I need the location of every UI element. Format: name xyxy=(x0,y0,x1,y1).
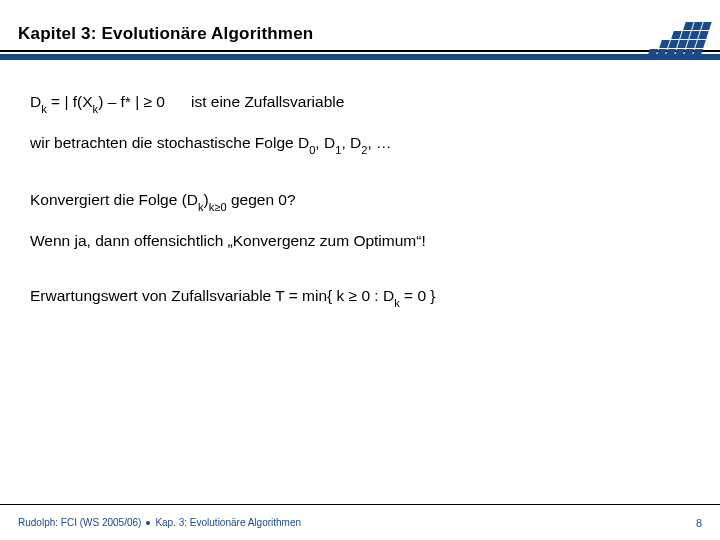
t: , D xyxy=(315,134,335,151)
text-line-3: Konvergiert die Folge (Dk)k≥0 gegen 0? xyxy=(30,190,690,213)
t: ist eine Zufallsvariable xyxy=(191,93,344,110)
t: ) – f* | ≥ 0 xyxy=(98,93,165,110)
footer-chapter: Kap. 3: Evolutionäre Algorithmen xyxy=(155,517,301,528)
t: D xyxy=(30,93,41,110)
slide-header: Kapitel 3: Evolutionäre Algorithmen xyxy=(0,0,720,66)
t: , … xyxy=(367,134,391,151)
subscript: k xyxy=(198,201,204,213)
text-line-1: Dk = | f(Xk) – f* | ≥ 0ist eine Zufallsv… xyxy=(30,92,690,115)
subscript: k xyxy=(41,103,47,115)
slide-body: Dk = | f(Xk) – f* | ≥ 0ist eine Zufallsv… xyxy=(0,66,720,309)
t: gegen 0? xyxy=(227,191,296,208)
page-number: 8 xyxy=(696,517,702,529)
header-rule-thick xyxy=(0,54,720,60)
subscript: k xyxy=(93,103,99,115)
text-line-4: Wenn ja, dann offensichtlich „Konvergenz… xyxy=(30,231,690,252)
slide-title: Kapitel 3: Evolutionäre Algorithmen xyxy=(18,24,720,44)
bullet-icon xyxy=(146,521,150,525)
subscript: 1 xyxy=(335,144,341,156)
text-line-2: wir betrachten die stochastische Folge D… xyxy=(30,133,690,156)
t: = 0 } xyxy=(400,287,436,304)
subscript: k≥0 xyxy=(209,201,227,213)
grid-logo-icon xyxy=(647,22,711,57)
t: = | f(X xyxy=(47,93,93,110)
subscript: k xyxy=(394,297,400,309)
t: , D xyxy=(341,134,361,151)
slide: Kapitel 3: Evolutionäre Algorithmen Dk =… xyxy=(0,0,720,540)
subscript: 0 xyxy=(309,144,315,156)
header-rule-thin xyxy=(0,50,720,52)
t: Erwartungswert von Zufallsvariable T = m… xyxy=(30,287,394,304)
t: Konvergiert die Folge (D xyxy=(30,191,198,208)
t: ) xyxy=(204,191,209,208)
footer-author: Rudolph: FCI (WS 2005/06) xyxy=(18,517,141,528)
subscript: 2 xyxy=(361,144,367,156)
t: wir betrachten die stochastische Folge D xyxy=(30,134,309,151)
slide-footer: Rudolph: FCI (WS 2005/06)Kap. 3: Evoluti… xyxy=(0,504,720,540)
footer-left: Rudolph: FCI (WS 2005/06)Kap. 3: Evoluti… xyxy=(18,517,301,528)
text-line-5: Erwartungswert von Zufallsvariable T = m… xyxy=(30,286,690,309)
